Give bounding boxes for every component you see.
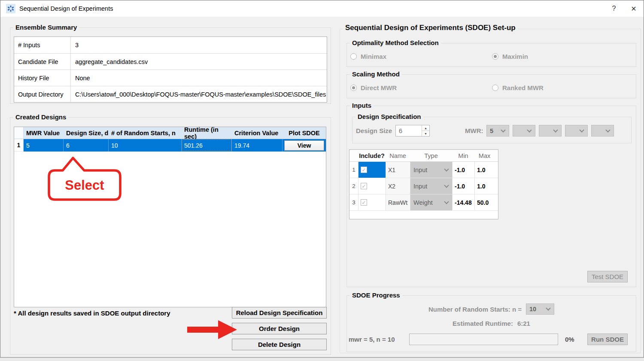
col-min: Min <box>452 150 474 161</box>
test-sdoe-button[interactable]: Test SDOE <box>587 271 628 282</box>
scaling-method-group: Scaling Method Direct MWR Ranked MWR <box>346 74 636 98</box>
mwr-select-2[interactable] <box>513 125 535 137</box>
order-design-button[interactable]: Order Design <box>232 323 327 334</box>
type-cell: Input <box>410 178 452 194</box>
design-specification-title: Design Specification <box>355 112 423 121</box>
design-size-value: 6 <box>396 125 422 136</box>
help-icon[interactable]: ? <box>604 0 624 17</box>
max-cell[interactable]: 1.0 <box>474 162 495 178</box>
chevron-down-icon <box>553 127 558 132</box>
col-design-size: Design Size, d <box>64 127 109 139</box>
close-icon[interactable]: ✕ <box>624 0 644 17</box>
chevron-down-icon <box>444 167 449 171</box>
cell-runtime[interactable]: 501.26 <box>182 139 232 152</box>
col-criterion-value: Criterion Value <box>232 127 283 139</box>
min-cell[interactable]: -1.0 <box>452 162 474 178</box>
col-runtime: Runtime (in sec) <box>182 127 232 139</box>
cell-mwr-value[interactable]: 5 <box>24 139 64 152</box>
col-random-starts: # of Random Starts, n <box>109 127 182 139</box>
inputs-group: Inputs Design Specification Design Size … <box>346 106 636 287</box>
table-row-selected[interactable]: 1 5 6 10 501.26 19.74 View <box>14 139 326 152</box>
inputs-title: Inputs <box>350 101 374 110</box>
chevron-down-icon <box>501 127 505 132</box>
num-inputs-label: # Inputs <box>14 37 71 53</box>
delete-design-button[interactable]: Delete Design <box>232 339 327 350</box>
estimated-runtime-label: Estimated Runtime: <box>453 320 513 327</box>
random-starts-label: Number of Random Starts: n = <box>428 306 522 313</box>
maximin-radio[interactable]: Maximin <box>492 53 528 60</box>
type-select[interactable]: Input <box>410 162 452 178</box>
created-designs-group: Created Designs MWR Value Design Size, d… <box>10 117 331 355</box>
run-status-label: mwr = 5, n = 10 <box>349 336 395 343</box>
design-size-stepper[interactable]: 6 ▲ ▼ <box>395 125 430 137</box>
maximin-label: Maximin <box>502 53 528 60</box>
type-cell: Input <box>410 162 452 178</box>
direct-mwr-label: Direct MWR <box>361 84 397 91</box>
checkbox-checked-icon[interactable]: ✓ <box>361 183 367 189</box>
table-row: Output Directory C:\Users\atowf_000\Desk… <box>14 86 327 102</box>
random-starts-select[interactable]: 10 <box>526 303 554 315</box>
col-mwr-value: MWR Value <box>24 127 64 139</box>
spin-up-icon[interactable]: ▲ <box>422 125 429 130</box>
mwr-select-3[interactable] <box>539 125 562 137</box>
input-variables-table: Include? Name Type Min Max 1 ✓ X1 <box>349 149 498 219</box>
candidate-file-value: aggregate_candidates.csv <box>71 54 327 70</box>
cell-random-starts[interactable]: 10 <box>109 139 182 152</box>
cell-design-size[interactable]: 6 <box>64 139 109 152</box>
spin-down-icon[interactable]: ▼ <box>422 130 429 136</box>
reload-design-specification-button[interactable]: Reload Design Specification <box>232 307 327 319</box>
type-select[interactable]: Input <box>410 178 452 194</box>
name-cell[interactable]: X1 <box>386 162 410 178</box>
include-cell[interactable]: ✓ <box>358 178 386 194</box>
design-size-label: Design Size <box>356 127 392 134</box>
random-starts-value: 10 <box>526 306 547 312</box>
mwr-select-1-value: 5 <box>487 127 501 134</box>
estimated-runtime-value: 6:21 <box>517 320 530 327</box>
radio-unselected-icon <box>492 85 498 91</box>
sdoe-progress-group: SDOE Progress Number of Random Starts: n… <box>346 295 636 352</box>
type-value: Weight <box>410 199 445 206</box>
checkbox-checked-icon[interactable]: ✓ <box>361 199 367 206</box>
type-value: Input <box>410 183 445 190</box>
candidate-file-label: Candidate File <box>14 54 71 70</box>
dialog-body: Ensemble Summary # Inputs 3 Candidate Fi… <box>0 17 644 358</box>
table-row: 2 ✓ X2 Input -1.0 1.0 <box>349 178 498 194</box>
chevron-down-icon <box>605 127 610 132</box>
sdoe-progress-title: SDOE Progress <box>350 291 402 300</box>
direct-mwr-radio[interactable]: Direct MWR <box>350 84 397 91</box>
name-cell[interactable]: RawWt <box>386 194 410 210</box>
table-row: 1 ✓ X1 Input -1.0 1.0 <box>349 162 498 178</box>
type-cell: Weight <box>410 194 452 210</box>
min-cell[interactable]: -1.0 <box>452 178 474 194</box>
include-cell[interactable]: ✓ <box>358 194 386 210</box>
row-number: 1 <box>349 162 358 178</box>
view-button[interactable]: View <box>284 140 324 151</box>
minimax-radio[interactable]: Minimax <box>350 53 386 60</box>
type-select[interactable]: Weight <box>410 194 452 210</box>
mwr-select-1[interactable]: 5 <box>486 125 509 137</box>
include-cell-selected[interactable]: ✓ <box>358 162 386 178</box>
created-designs-table: MWR Value Design Size, d # of Random Sta… <box>14 127 326 307</box>
col-max: Max <box>474 150 495 161</box>
progress-percent: 0% <box>565 336 574 343</box>
num-inputs-value: 3 <box>71 37 327 53</box>
table-header-row: MWR Value Design Size, d # of Random Sta… <box>14 127 326 139</box>
max-cell[interactable]: 1.0 <box>474 178 495 194</box>
history-file-label: History File <box>14 70 71 86</box>
run-sdoe-button[interactable]: Run SDOE <box>587 334 628 345</box>
radio-unselected-icon <box>350 53 357 60</box>
corner-header-cell <box>349 150 358 161</box>
min-cell[interactable]: -14.48 <box>452 194 474 210</box>
max-cell[interactable]: 50.0 <box>474 194 495 210</box>
chevron-down-icon <box>527 127 532 132</box>
row-number[interactable]: 1 <box>14 139 24 152</box>
checkbox-checked-icon[interactable]: ✓ <box>361 167 367 173</box>
mwr-select-5[interactable] <box>591 125 614 137</box>
cell-criterion-value[interactable]: 19.74 <box>232 139 283 152</box>
ranked-mwr-radio[interactable]: Ranked MWR <box>492 84 544 91</box>
sdoe-setup-title: Sequential Design of Experiments (SDOE) … <box>343 24 518 32</box>
window-title: Sequential Design of Experiments <box>19 5 113 12</box>
name-cell[interactable]: X2 <box>386 178 410 194</box>
col-type: Type <box>410 150 452 161</box>
mwr-select-4[interactable] <box>565 125 588 137</box>
